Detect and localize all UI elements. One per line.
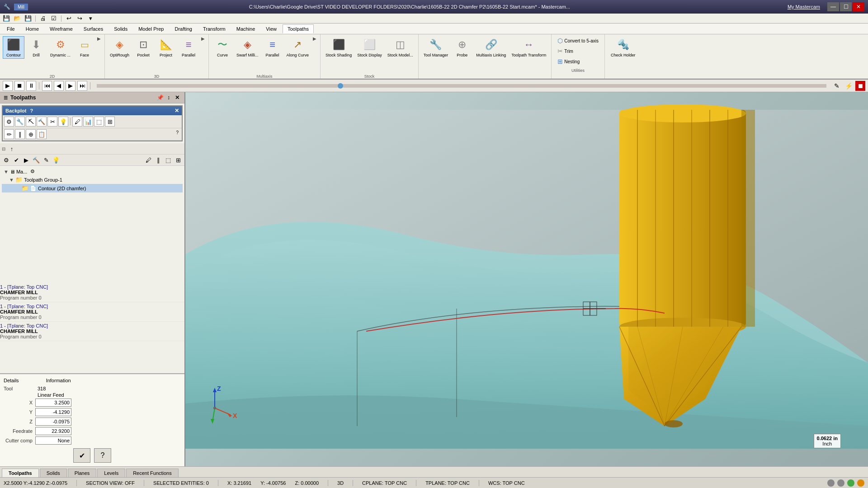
- check-holder-button[interactable]: 🔩 Check Holder: [609, 36, 638, 59]
- details-ok-button[interactable]: ✔: [73, 448, 90, 463]
- tp-verify-button[interactable]: ✔: [12, 155, 21, 164]
- slider-handle[interactable]: [338, 83, 343, 89]
- bp-tool3-button[interactable]: 🔨: [37, 117, 47, 127]
- probe-button[interactable]: ⊕ Probe: [451, 36, 473, 59]
- dynamic-button[interactable]: ⚙ Dynamic ...: [48, 36, 73, 59]
- tp-properties-button[interactable]: ⚙: [2, 155, 11, 164]
- trim-button[interactable]: ✂ Trim: [555, 47, 601, 56]
- menu-wireframe[interactable]: Wireframe: [45, 24, 78, 33]
- bp-pen-button[interactable]: 🖊: [72, 117, 82, 127]
- bp-settings-button[interactable]: ⚙: [4, 117, 14, 127]
- backplot-toolbar-help[interactable]: ?: [174, 129, 180, 139]
- menu-toolpaths[interactable]: Toolpaths: [283, 24, 314, 33]
- status-icon-green[interactable]: [847, 479, 854, 487]
- my-mastercam-link[interactable]: My Mastercam: [788, 4, 820, 9]
- pause-button[interactable]: ⏸: [26, 81, 36, 91]
- menu-file[interactable]: File: [2, 24, 20, 33]
- tp-entry-2[interactable]: 1 - [Tplane: Top CNC] CHAMFER MILL Progr…: [0, 302, 184, 322]
- tree-toolpath-group[interactable]: ▼ 📁 Toolpath Group-1: [2, 175, 183, 184]
- details-help-button[interactable]: ?: [94, 448, 111, 463]
- tool-manager-button[interactable]: 🔧 Tool Manager: [421, 36, 451, 59]
- 2d-more-arrow[interactable]: ▶: [96, 36, 102, 41]
- optirough-button[interactable]: ◈ OptiRough: [108, 36, 132, 59]
- stock-display-button[interactable]: ⬜ Stock Display: [355, 36, 384, 59]
- step-fwd-button[interactable]: ▶: [66, 81, 75, 91]
- tp-box-button[interactable]: ⬚: [164, 155, 173, 164]
- tab-levels[interactable]: Levels: [97, 469, 125, 477]
- qa-redo-button[interactable]: ↪: [75, 14, 84, 23]
- tp-filter-button[interactable]: 🔨: [32, 155, 41, 164]
- path-icon-button[interactable]: ✎: [832, 81, 842, 91]
- menu-surfaces[interactable]: Surfaces: [79, 24, 108, 33]
- pocket-button[interactable]: ⊡ Pocket: [132, 36, 154, 59]
- backplot-help-icon[interactable]: ?: [30, 108, 33, 113]
- qa-print-button[interactable]: 🖨: [38, 14, 47, 23]
- status-icon-orange[interactable]: [857, 479, 864, 487]
- field-feedrate-input[interactable]: [35, 427, 71, 435]
- menu-home[interactable]: Home: [21, 24, 44, 33]
- tp-move-up-button[interactable]: ↑: [7, 144, 16, 153]
- qa-save-button[interactable]: 💾: [2, 14, 11, 23]
- tree-machine-item[interactable]: ▼ 🖥 Ma... ⚙: [2, 168, 183, 175]
- nesting-button[interactable]: ⊞ Nesting: [555, 57, 601, 66]
- tp-marker-button[interactable]: ✎: [42, 155, 51, 164]
- bp-tool2-button[interactable]: ⛏: [26, 117, 36, 127]
- backplot-close-icon[interactable]: ✕: [175, 108, 179, 114]
- tab-toolpaths[interactable]: Toolpaths: [2, 469, 39, 477]
- 3d-more-arrow[interactable]: ▶: [200, 36, 206, 41]
- field-y-input[interactable]: [35, 408, 71, 416]
- menu-view[interactable]: View: [261, 24, 282, 33]
- tp-draw-button[interactable]: 🖊: [144, 155, 153, 164]
- menu-solids[interactable]: Solids: [109, 24, 132, 33]
- bp-grid-button[interactable]: ⬚: [94, 117, 104, 127]
- status-icon-1[interactable]: [827, 479, 835, 487]
- field-z-input[interactable]: [35, 418, 71, 426]
- stop-end-button[interactable]: ⏹: [855, 81, 865, 91]
- minimize-button[interactable]: —: [827, 2, 839, 11]
- project-button[interactable]: 📐 Project: [155, 36, 177, 59]
- tp-entry-3[interactable]: 1 - [Tplane: Top CNC] CHAMFER MILL Progr…: [0, 322, 184, 341]
- qa-open-button[interactable]: 📂: [13, 14, 22, 23]
- drill-button[interactable]: ⬇ Drill: [25, 36, 47, 59]
- maximize-button[interactable]: ☐: [840, 2, 852, 11]
- multiaxis-more-arrow[interactable]: ▶: [312, 36, 317, 41]
- face-button[interactable]: ▭ Face: [74, 36, 95, 59]
- qa-verify-button[interactable]: ☑: [49, 14, 58, 23]
- qa-undo-button[interactable]: ↩: [64, 14, 73, 23]
- bp-chart-button[interactable]: 📊: [83, 117, 93, 127]
- bp-cut-button[interactable]: ✂: [47, 117, 57, 127]
- field-cuttercomp-input[interactable]: [35, 436, 71, 445]
- parallel-m-button[interactable]: ≡ Parallel: [262, 36, 283, 59]
- close-button[interactable]: ✕: [853, 2, 864, 11]
- tp-simulate-button[interactable]: ▶: [22, 155, 31, 164]
- tp-entry-1[interactable]: 1 - [Tplane: Top CNC] CHAMFER MILL Progr…: [0, 283, 184, 302]
- stock-model-button[interactable]: ◫ Stock Model...: [385, 36, 415, 59]
- playback-slider[interactable]: [97, 84, 826, 88]
- contour-button[interactable]: ⬛ Contour: [3, 36, 24, 59]
- tab-recent-functions[interactable]: Recent Functions: [126, 469, 179, 477]
- panel-collapse-icon[interactable]: ↕: [165, 94, 172, 101]
- tab-solids[interactable]: Solids: [40, 469, 67, 477]
- bp-parallel-button[interactable]: ∥: [15, 129, 25, 139]
- convert-5axis-button[interactable]: ⬡ Convert to 5-axis: [555, 36, 601, 45]
- play-button[interactable]: ▶: [3, 81, 13, 91]
- viewport[interactable]: Z X 0.0622 in Inch: [185, 92, 868, 466]
- tab-planes[interactable]: Planes: [68, 469, 97, 477]
- fastfwd-button[interactable]: ⏭: [77, 81, 87, 91]
- lightning-icon-button[interactable]: ⚡: [844, 81, 854, 91]
- bp-grid2-button[interactable]: ⊞: [105, 117, 115, 127]
- curve-button[interactable]: 〜 Curve: [212, 36, 233, 59]
- tp-grid3-button[interactable]: ⊞: [174, 155, 183, 164]
- parallel-button[interactable]: ≡ Parallel: [178, 36, 199, 59]
- bp-edit-button[interactable]: ✏: [4, 129, 14, 139]
- step-back-button[interactable]: ◀: [54, 81, 64, 91]
- qa-save2-button[interactable]: 💾: [24, 14, 33, 23]
- stop-button[interactable]: ⏹: [14, 81, 24, 91]
- swarf-button[interactable]: ◈ Swarf Milli...: [234, 36, 261, 59]
- qa-more-button[interactable]: ▾: [86, 14, 95, 23]
- field-x-input[interactable]: [35, 399, 71, 407]
- bp-crosshair-button[interactable]: ⊕: [26, 129, 36, 139]
- rewind-button[interactable]: ⏮: [42, 81, 52, 91]
- stock-shading-button[interactable]: ⬛ Stock Shading: [323, 36, 354, 59]
- tp-bulb-button[interactable]: 💡: [52, 155, 61, 164]
